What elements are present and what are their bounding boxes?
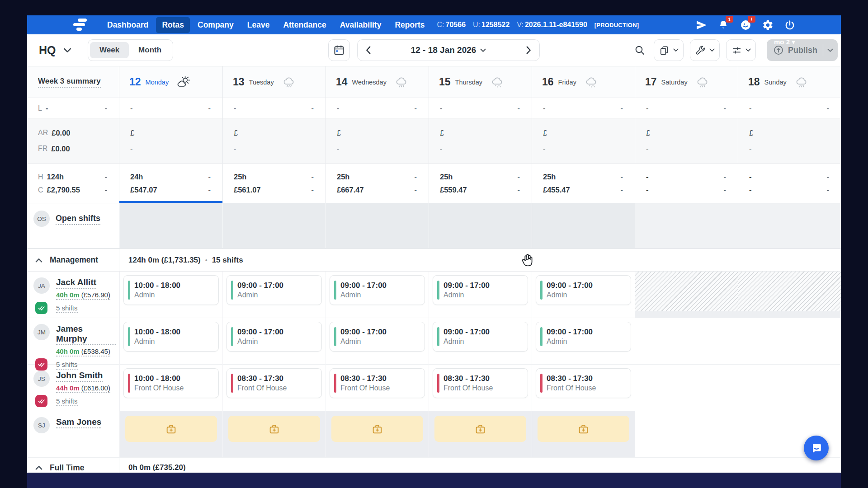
open-shift-day-cell[interactable] bbox=[635, 203, 738, 248]
publish-chevron-button[interactable] bbox=[827, 48, 833, 52]
shift-card[interactable]: 09:00 - 17:00Admin bbox=[536, 322, 631, 352]
chat-launcher-button[interactable] bbox=[804, 436, 829, 460]
shift-card[interactable]: 09:00 - 17:00Admin bbox=[226, 275, 322, 305]
shift-card[interactable]: 09:00 - 17:00Admin bbox=[330, 275, 425, 305]
open-shift-day-cell[interactable] bbox=[222, 203, 326, 248]
shift-accent-bar bbox=[231, 374, 233, 393]
shift-day-cell: 09:00 - 17:00Admin bbox=[326, 272, 429, 318]
taskbar-strip bbox=[27, 473, 841, 488]
open-shift-day-cell[interactable] bbox=[119, 203, 222, 248]
empty-day-cell[interactable] bbox=[635, 365, 738, 411]
shift-card[interactable]: 10:00 - 18:00Admin bbox=[123, 322, 219, 352]
notifications-button[interactable]: 1 bbox=[717, 19, 729, 31]
employee-name-link[interactable]: Jack Allitt bbox=[56, 277, 96, 289]
display-options-dropdown[interactable] bbox=[726, 39, 756, 61]
empty-day-cell[interactable] bbox=[738, 365, 841, 411]
nav-item-dashboard[interactable]: Dashboard bbox=[101, 17, 154, 33]
shift-card[interactable]: 08:30 - 17:30Front Of House bbox=[433, 368, 528, 398]
ar-label: AR bbox=[38, 129, 48, 137]
nav-item-availability[interactable]: Availability bbox=[334, 17, 387, 33]
shift-card[interactable]: 08:30 - 17:30Front Of House bbox=[330, 368, 425, 398]
open-shift-day-cell[interactable] bbox=[738, 203, 841, 248]
shift-card[interactable]: 09:00 - 17:00Admin bbox=[226, 322, 322, 352]
section-header-full-time: Full Time0h 0m (£735.20) bbox=[27, 458, 841, 473]
employee-name-link[interactable]: John Smith bbox=[56, 371, 103, 382]
employee-name-wrap: Sam Jones bbox=[56, 417, 116, 428]
day-hours: 25h bbox=[440, 173, 453, 181]
employee-shifts-link[interactable]: 5 shifts bbox=[56, 304, 116, 312]
shift-accent-bar bbox=[437, 281, 439, 300]
ar-value: £0.00 bbox=[52, 129, 70, 137]
whats-new-button[interactable]: ! bbox=[740, 19, 751, 31]
app-logo-icon[interactable] bbox=[72, 18, 90, 32]
shift-time: 09:00 - 17:00 bbox=[547, 281, 593, 290]
employee-hours-link[interactable]: 44h 0m bbox=[56, 384, 80, 393]
shift-card[interactable]: 10:00 - 18:00Admin bbox=[123, 275, 219, 305]
sliders-icon bbox=[731, 45, 742, 56]
empty-day-cell[interactable] bbox=[738, 318, 841, 371]
open-shift-day-cell[interactable] bbox=[532, 203, 635, 248]
rota-grid: Week 3 summary12Monday13Tuesday14Wednesd… bbox=[27, 66, 841, 473]
nav-item-reports[interactable]: Reports bbox=[389, 17, 430, 33]
day-header-monday[interactable]: 12Monday bbox=[119, 66, 222, 98]
nav-item-company[interactable]: Company bbox=[192, 17, 240, 33]
leave-day-left: - bbox=[130, 104, 133, 113]
empty-day-cell[interactable] bbox=[635, 318, 738, 371]
power-button[interactable] bbox=[784, 19, 796, 31]
tools-dropdown[interactable] bbox=[690, 39, 720, 61]
employee-hours-link[interactable]: 40h 0m bbox=[56, 347, 80, 357]
empty-day-cell[interactable] bbox=[635, 411, 738, 457]
shift-card[interactable]: 09:00 - 17:00Admin bbox=[536, 275, 631, 305]
week-header-row: Week 3 summary12Monday13Tuesday14Wednesd… bbox=[27, 66, 841, 98]
add-shift-suggestion[interactable] bbox=[228, 416, 320, 442]
section-toggle[interactable]: Full Time bbox=[27, 458, 119, 473]
day-header-wednesday[interactable]: 14Wednesday bbox=[326, 66, 429, 98]
nav-item-rotas[interactable]: Rotas bbox=[156, 17, 190, 33]
employee-shifts-link[interactable]: 5 shifts bbox=[56, 397, 116, 405]
open-shifts-link[interactable]: Open shifts bbox=[56, 214, 100, 225]
shift-role: Admin bbox=[340, 291, 387, 299]
shift-card[interactable]: 09:00 - 17:00Admin bbox=[330, 322, 425, 352]
weather-rain-icon bbox=[696, 75, 710, 89]
settings-button[interactable] bbox=[762, 19, 774, 31]
nav-item-leave[interactable]: Leave bbox=[241, 17, 276, 33]
shift-card[interactable]: 08:30 - 17:30Front Of House bbox=[226, 368, 322, 398]
day-header-friday[interactable]: 16Friday bbox=[532, 66, 635, 98]
shift-card[interactable]: 09:00 - 17:00Admin bbox=[433, 275, 528, 305]
day-hours-right: - bbox=[415, 173, 417, 181]
send-button[interactable] bbox=[695, 19, 707, 31]
add-shift-suggestion[interactable] bbox=[538, 416, 629, 442]
shift-card[interactable]: 10:00 - 18:00Front Of House bbox=[123, 368, 219, 398]
section-toggle[interactable]: Management bbox=[27, 249, 119, 271]
employee-name-link[interactable]: James Murphy bbox=[56, 324, 116, 345]
unavailable-day-cell[interactable] bbox=[738, 272, 841, 318]
briefcase-plus-icon bbox=[165, 423, 177, 435]
shift-card[interactable]: 09:00 - 17:00Admin bbox=[433, 322, 528, 352]
cost-right: - bbox=[105, 186, 108, 194]
nav-item-attendance[interactable]: Attendance bbox=[277, 17, 332, 33]
unavailable-day-cell[interactable] bbox=[635, 272, 738, 318]
week-summary-link[interactable]: Week 3 summary bbox=[27, 66, 119, 98]
nav-meta-item: V:2026.1.11-e841590 bbox=[517, 21, 587, 29]
day-header-saturday[interactable]: 17Saturday bbox=[635, 66, 738, 98]
add-shift-suggestion[interactable] bbox=[125, 416, 217, 442]
section-name: Full Time bbox=[50, 463, 85, 473]
search-button[interactable] bbox=[632, 39, 647, 61]
day-header-thursday[interactable]: 15Thursday bbox=[429, 66, 532, 98]
shift-role: Admin bbox=[237, 338, 283, 346]
leave-day-right: - bbox=[724, 104, 726, 113]
shift-accent-bar bbox=[334, 327, 336, 346]
day-header-tuesday[interactable]: 13Tuesday bbox=[222, 66, 326, 98]
add-shift-suggestion[interactable] bbox=[331, 416, 423, 442]
copy-rota-dropdown[interactable] bbox=[654, 39, 684, 61]
day-header-sunday[interactable]: 18Sunday bbox=[738, 66, 841, 98]
hours-label: H bbox=[38, 173, 43, 181]
open-shift-day-cell[interactable] bbox=[326, 203, 429, 248]
shift-time: 09:00 - 17:00 bbox=[443, 281, 490, 290]
shift-card[interactable]: 08:30 - 17:30Front Of House bbox=[536, 368, 631, 398]
employee-hours-link[interactable]: 40h 0m bbox=[56, 291, 80, 300]
open-shift-day-cell[interactable] bbox=[429, 203, 532, 248]
employee-name-link[interactable]: Sam Jones bbox=[56, 417, 101, 428]
add-shift-suggestion[interactable] bbox=[434, 416, 526, 442]
day-number: 13 bbox=[233, 76, 245, 88]
